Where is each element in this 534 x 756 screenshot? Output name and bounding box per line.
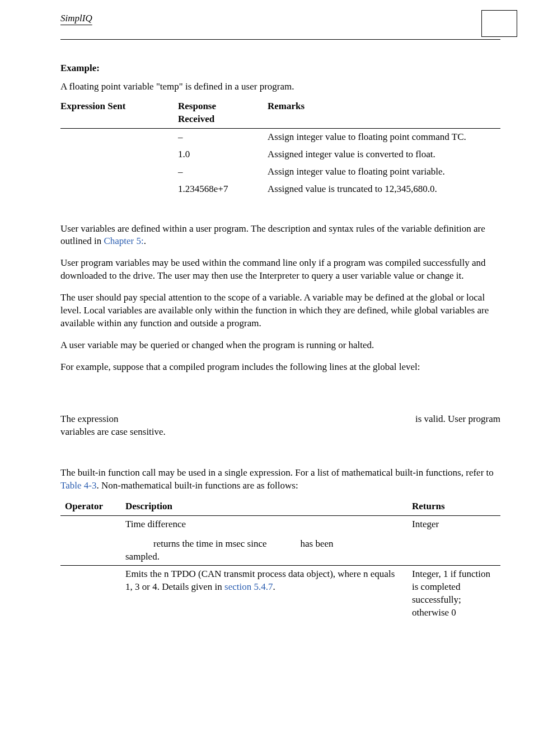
table-row: Emits the n TPDO (CAN transmit process d…: [60, 566, 500, 622]
link-table-4-3[interactable]: Table 4-3: [60, 480, 96, 491]
link-chapter-5[interactable]: Chapter 5:: [104, 236, 143, 246]
cell-ret: Integer: [407, 515, 500, 566]
cell-remarks: Assign integer value to floating point c…: [268, 128, 500, 145]
table-row: – Assign integer value to floating point…: [60, 163, 500, 181]
cell-remarks: Assigned value is truncated to 12,345,68…: [268, 181, 500, 198]
example-col-expr: Expression Sent: [60, 98, 178, 128]
ops-col-description: Description: [121, 498, 407, 515]
builtin-b: . Non-mathematical built-in functions ar…: [96, 480, 298, 491]
builtin-a: The built-in function call may be used i…: [60, 467, 494, 478]
paragraph-builtin: The built-in function call may be used i…: [60, 467, 500, 492]
expr-valid-c: variables are case sensitive.: [60, 426, 500, 439]
cell-op: [60, 566, 121, 622]
cell-expr: [60, 128, 178, 145]
paragraph-scope: The user should pay special attention to…: [60, 292, 500, 330]
table-row: Time difference returns the time in msec…: [60, 515, 500, 566]
example-col-remarks: Remarks: [268, 98, 500, 128]
page-header-brand: SimplIQ: [60, 12, 92, 25]
cell-remarks: Assign integer value to floating point v…: [268, 163, 500, 181]
example-heading: Example:: [60, 62, 500, 75]
desc-sub-c: sampled.: [125, 551, 403, 564]
ops-col-operator: Operator: [60, 498, 121, 515]
cell-desc: Emits the n TPDO (CAN transmit process d…: [121, 566, 407, 622]
resp-col-line1: Response: [178, 100, 262, 113]
cell-expr: [60, 146, 178, 163]
ops-col-returns: Returns: [407, 498, 500, 515]
header-placeholder-box: [481, 10, 517, 37]
table-row: 1.0 Assigned integer value is converted …: [60, 146, 500, 163]
paragraph-cmdline: User program variables may be used withi…: [60, 257, 500, 283]
table-row: 1.234568e+7 Assigned value is truncated …: [60, 181, 500, 198]
example-col-resp: Response Received: [178, 98, 268, 128]
resp-col-line2: Received: [178, 113, 262, 126]
cell-remarks: Assigned integer value is converted to f…: [268, 146, 500, 163]
cell-resp: –: [178, 128, 268, 145]
paragraph-query: A user variable may be queried or change…: [60, 339, 500, 352]
paragraph-user-vars: User variables are defined within a user…: [60, 223, 500, 248]
paragraph-expr-valid: The expression is valid. User program: [60, 413, 500, 426]
header-rule: [60, 39, 500, 40]
expr-valid-a: The expression: [60, 413, 118, 426]
desc-main: Time difference: [125, 518, 403, 531]
cell-expr: [60, 181, 178, 198]
cell-resp: 1.234568e+7: [178, 181, 268, 198]
cell-resp: 1.0: [178, 146, 268, 163]
desc-sub-a: returns the time in msec since: [153, 538, 267, 549]
cell-resp: –: [178, 163, 268, 181]
desc-sub: returns the time in msec sincehas been: [125, 538, 403, 551]
expr-valid-b: is valid. User program: [415, 413, 500, 426]
example-intro: A floating point variable "temp" is defi…: [60, 81, 500, 93]
desc-b: .: [273, 581, 275, 592]
cell-op: [60, 515, 121, 566]
operators-table: Operator Description Returns Time differ…: [60, 498, 500, 622]
table-row: – Assign integer value to floating point…: [60, 128, 500, 145]
link-section-5-4-7[interactable]: section 5.4.7: [224, 581, 273, 592]
cell-expr: [60, 163, 178, 181]
desc-sub-b: has been: [301, 538, 334, 549]
p1-text-b: .: [144, 236, 146, 246]
example-table: Expression Sent Response Received Remark…: [60, 98, 500, 198]
cell-ret: Integer, 1 if function is completed succ…: [407, 566, 500, 622]
paragraph-example-lead: For example, suppose that a compiled pro…: [60, 361, 500, 374]
cell-desc: Time difference returns the time in msec…: [121, 515, 407, 566]
